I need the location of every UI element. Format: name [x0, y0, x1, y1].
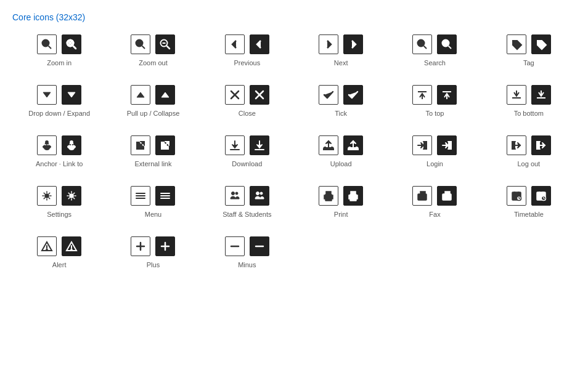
- dropdown-label: Drop down / Expand: [28, 110, 90, 117]
- settings-label: Settings: [47, 211, 71, 218]
- svg-line-14: [142, 46, 145, 49]
- login-icon-outline: [412, 135, 432, 155]
- tag-icon-filled: [531, 34, 551, 54]
- anchor-label: Anchor · Link to: [36, 160, 83, 167]
- next-icon-outline: [319, 34, 338, 54]
- icon-group-fax: Fax: [388, 186, 481, 218]
- logout-icon-outline: [507, 135, 526, 155]
- icon-group-externallink: External link: [106, 135, 200, 167]
- tag-icon-outline: [507, 34, 526, 54]
- icon-group-minus: Minus: [200, 236, 294, 268]
- svg-point-66: [235, 192, 238, 195]
- icon-group-logout: Log out: [482, 135, 576, 167]
- search-label: Search: [424, 59, 446, 67]
- anchor-icon-filled: [62, 135, 81, 155]
- svg-point-21: [443, 40, 449, 47]
- icon-group-search: Search: [388, 34, 481, 67]
- icon-group-upload: Upload: [294, 135, 388, 167]
- settings-icon-filled: [62, 186, 81, 206]
- previous-icon-filled: [250, 34, 269, 54]
- tobottom-label: To bottom: [514, 110, 544, 117]
- svg-point-65: [231, 192, 234, 195]
- svg-rect-84: [447, 197, 450, 198]
- svg-point-74: [355, 196, 356, 197]
- dropdown-icon-outline: [37, 85, 57, 105]
- totop-label: To top: [426, 110, 444, 117]
- login-label: Login: [427, 160, 443, 167]
- svg-point-42: [46, 141, 48, 143]
- svg-rect-73: [351, 192, 356, 195]
- staffstudents-icon-outline: [225, 186, 245, 206]
- svg-point-67: [256, 192, 259, 195]
- icon-group-download: Download: [200, 135, 294, 167]
- icon-group-timetable: Timetable: [482, 186, 576, 218]
- icon-group-close: Close: [200, 85, 294, 117]
- icon-group-tag: Tag: [482, 34, 576, 67]
- totop-icon-filled: [437, 85, 457, 105]
- minus-icon-outline: [225, 236, 245, 256]
- icon-group-anchor: Anchor · Link to: [12, 135, 106, 167]
- svg-line-1: [49, 46, 52, 49]
- next-icon-filled: [343, 34, 363, 54]
- icon-group-pullup: Pull up / Collapse: [106, 85, 200, 117]
- icon-group-staffstudents: Staff & Students: [200, 186, 294, 218]
- icon-group-zoom-out: Zoom out: [106, 34, 200, 67]
- tick-label: Tick: [335, 110, 347, 117]
- svg-rect-79: [423, 197, 425, 198]
- download-icon-filled: [250, 135, 269, 155]
- svg-rect-76: [420, 192, 425, 194]
- tick-icon-outline: [319, 85, 338, 105]
- icon-group-dropdown: Drop down / Expand: [12, 85, 106, 117]
- icon-group-totop: To top: [388, 85, 481, 117]
- pullup-icon-outline: [131, 85, 150, 105]
- totop-icon-outline: [412, 85, 432, 105]
- upload-icon-filled: [343, 135, 363, 155]
- page-title: Core icons (32x32): [12, 12, 576, 22]
- svg-point-97: [46, 249, 47, 251]
- download-label: Download: [232, 160, 262, 167]
- tobottom-icon-outline: [507, 85, 526, 105]
- logout-label: Log out: [517, 160, 540, 167]
- icon-group-previous: Previous: [200, 34, 294, 67]
- svg-line-10: [73, 46, 76, 49]
- svg-point-23: [514, 42, 515, 43]
- svg-rect-83: [447, 196, 450, 196]
- icon-group-tobottom: To bottom: [482, 85, 576, 117]
- svg-rect-78: [423, 196, 425, 196]
- tick-icon-filled: [343, 85, 363, 105]
- svg-point-57: [45, 194, 49, 198]
- svg-marker-27: [137, 92, 144, 97]
- fax-label: Fax: [429, 211, 440, 218]
- icon-group-alert: Alert: [12, 236, 106, 268]
- previous-label: Previous: [234, 59, 260, 67]
- minus-label: Minus: [238, 261, 256, 268]
- menu-icon-outline: [131, 186, 150, 206]
- svg-rect-69: [325, 198, 332, 201]
- plus-label: Plus: [147, 261, 160, 268]
- settings-icon-outline: [37, 186, 57, 206]
- print-icon-filled: [343, 186, 363, 206]
- svg-line-22: [449, 46, 452, 49]
- search-icon-filled: [437, 34, 457, 54]
- timetable-label: Timetable: [514, 211, 544, 218]
- staffstudents-icon-filled: [250, 186, 269, 206]
- svg-point-71: [330, 196, 332, 197]
- print-icon-outline: [319, 186, 338, 206]
- alert-label: Alert: [52, 261, 67, 268]
- upload-icon-outline: [319, 135, 338, 155]
- close-icon-filled: [250, 85, 269, 105]
- svg-rect-72: [350, 198, 356, 201]
- pullup-label: Pull up / Collapse: [127, 110, 180, 117]
- externallink-icon-outline: [131, 135, 150, 155]
- tag-label: Tag: [523, 59, 534, 67]
- fax-icon-filled: [437, 186, 457, 206]
- externallink-icon-filled: [155, 135, 175, 155]
- icon-group-plus: Plus: [106, 236, 200, 268]
- icon-group-next: Next: [294, 34, 388, 67]
- fax-icon-outline: [412, 186, 432, 206]
- icon-group-settings: Settings: [12, 186, 106, 218]
- plus-icon-filled: [155, 236, 175, 256]
- icon-group-menu: Menu: [106, 186, 200, 218]
- upload-label: Upload: [330, 160, 352, 167]
- svg-point-58: [70, 194, 73, 198]
